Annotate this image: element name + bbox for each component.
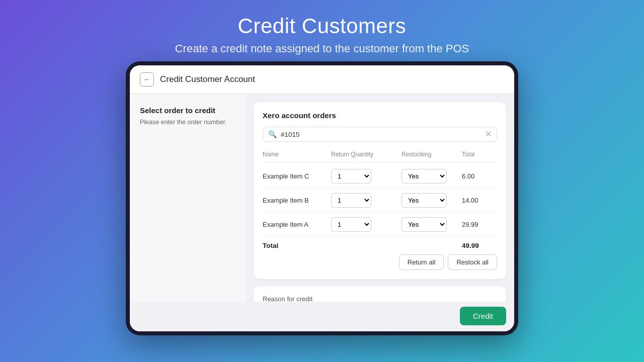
col-name-header: Name [263,151,331,158]
app-body: Select order to credit Please enter the … [130,94,514,302]
qty-cell: 123 [331,217,401,232]
restock-cell: YesNo [401,217,462,232]
item-total: 6.00 [462,172,497,180]
page-subtitle: Create a credit note assigned to the cus… [175,42,469,55]
table-row: Example Item C 123 YesNo 6.00 [263,164,497,189]
item-name: Example Item B [263,197,331,204]
back-button[interactable]: ← [140,72,154,86]
item-total: 29.99 [462,221,497,228]
total-label: Total [263,242,331,249]
tablet-screen: ← Credit Customer Account Select order t… [130,65,514,331]
table-header: Name Return Quantity Restocking Total [263,149,497,162]
qty-cell: 123 [331,193,401,208]
col-total-header: Total [462,151,497,158]
col-restocking-header: Restocking [401,151,462,158]
search-input[interactable] [281,131,481,138]
footer: Credit [130,302,514,331]
restock-all-button[interactable]: Restock all [448,254,497,270]
total-row: Total 49.99 [263,237,497,251]
search-box: 🔍 ✕ [263,127,497,142]
restock-select-0[interactable]: YesNo [401,169,447,184]
app-header: ← Credit Customer Account [130,65,514,94]
qty-cell: 123 [331,169,401,184]
xero-orders-title: Xero account orders [263,111,497,120]
qty-select-1[interactable]: 123 [331,193,371,208]
restock-cell: YesNo [401,169,462,184]
item-name: Example Item C [263,172,331,180]
table-row: Example Item B 123 YesNo 14.00 [263,189,497,213]
restock-cell: YesNo [401,193,462,208]
reason-label: Reason for credit [263,295,497,302]
credit-button[interactable]: Credit [460,307,506,325]
search-clear-button[interactable]: ✕ [485,130,492,138]
item-total: 14.00 [462,197,497,204]
app-header-title: Credit Customer Account [160,74,255,84]
col-return-qty-header: Return Quantity [331,151,401,158]
restock-select-1[interactable]: YesNo [401,193,447,208]
left-panel-title: Select order to credit [140,106,235,115]
action-row: Return all Restock all [263,254,497,270]
search-icon: 🔍 [268,130,277,138]
page-title: Credit Customers [175,14,469,38]
reason-card: Reason for credit ✕ [254,286,506,302]
tablet-frame: ← Credit Customer Account Select order t… [126,61,518,335]
left-panel: Select order to credit Please enter the … [130,94,246,302]
restock-select-2[interactable]: YesNo [401,217,447,232]
table-row: Example Item A 123 YesNo 29.99 [263,213,497,237]
right-panel: Xero account orders 🔍 ✕ Name Return Quan… [246,94,514,302]
return-all-button[interactable]: Return all [399,254,444,270]
qty-select-2[interactable]: 123 [331,217,371,232]
qty-select-0[interactable]: 123 [331,169,371,184]
left-panel-description: Please enter the order number. [140,119,235,126]
page-header: Credit Customers Create a credit note as… [175,0,469,61]
total-amount: 49.99 [462,242,497,249]
xero-orders-card: Xero account orders 🔍 ✕ Name Return Quan… [254,102,506,279]
item-name: Example Item A [263,221,331,228]
